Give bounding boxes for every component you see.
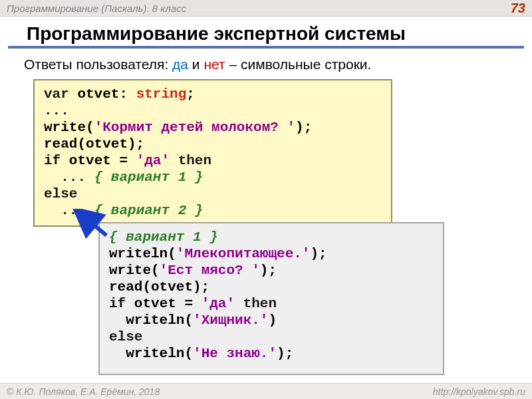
- code-text: otvet:: [69, 86, 136, 102]
- kw-else: else: [109, 329, 142, 344]
- comment-variant2: { вариант 2 }: [94, 203, 203, 218]
- kw-if: if: [109, 296, 126, 311]
- copyright: © К.Ю. Поляков, Е.А. Ерёмин, 2018: [7, 386, 160, 397]
- word-da: да: [172, 57, 188, 72]
- code-text: ;: [186, 86, 195, 102]
- code-text: ): [268, 313, 277, 328]
- kw-then: then: [235, 296, 277, 311]
- string-literal: 'Не знаю.': [193, 346, 277, 361]
- kw-if: if: [44, 153, 61, 168]
- header-bar: Программирование (Паскаль). 8 класс 73: [0, 0, 532, 17]
- string-literal: 'Кормит детей молоком? ': [94, 120, 295, 135]
- ellipsis: ...: [44, 103, 69, 118]
- string-literal: 'Ест мясо? ': [160, 263, 260, 278]
- code-text: ...: [44, 203, 94, 218]
- footer-bar: © К.Ю. Поляков, Е.А. Ерёмин, 2018 http:/…: [0, 383, 532, 399]
- code-text: );: [310, 246, 327, 261]
- string-literal: 'да': [136, 153, 170, 168]
- code-text: read(otvet);: [44, 136, 144, 152]
- code-text: ...: [44, 170, 94, 185]
- intro-prefix: Ответы пользователя:: [24, 57, 172, 72]
- kw-else: else: [44, 186, 77, 201]
- breadcrumb: Программирование (Паскаль). 8 класс: [7, 3, 186, 14]
- code-text: otvet =: [61, 153, 136, 168]
- page-title: Программирование экспертной системы: [8, 17, 524, 49]
- code-text: read(otvet);: [109, 279, 209, 295]
- code-text: );: [260, 263, 277, 278]
- code-text: writeln(: [109, 246, 176, 261]
- code-text: write(: [44, 120, 94, 135]
- word-net: нет: [203, 57, 225, 72]
- comment-variant1: { вариант 1 }: [109, 229, 218, 245]
- intro-suffix: – символьные строки.: [225, 57, 372, 72]
- intro-text: Ответы пользователя: да и нет – символьн…: [0, 55, 532, 79]
- code-text: writeln(: [109, 313, 193, 328]
- code-text: otvet =: [126, 296, 201, 311]
- code-text: write(: [109, 263, 160, 278]
- comment-variant1: { вариант 1 }: [94, 170, 203, 185]
- footer-url: http://kpolyakov.spb.ru: [433, 386, 525, 397]
- intro-and: и: [188, 57, 203, 72]
- code-box-variant1: { вариант 1 } writeln('Млекопитающее.');…: [98, 222, 444, 375]
- code-text: writeln(: [109, 346, 193, 361]
- page-number: 73: [511, 1, 525, 16]
- kw-then: then: [170, 153, 211, 168]
- code-text: );: [277, 346, 293, 361]
- content-area: var otvet: string; ... write('Кормит дет…: [0, 79, 532, 385]
- string-literal: 'да': [201, 296, 235, 311]
- code-text: );: [295, 120, 312, 135]
- code-box-main: var otvet: string; ... write('Кормит дет…: [33, 79, 392, 227]
- kw-var: var: [44, 86, 69, 102]
- kw-type-string: string: [136, 86, 187, 102]
- string-literal: 'Хищник.': [193, 313, 268, 328]
- string-literal: 'Млекопитающее.': [176, 246, 311, 261]
